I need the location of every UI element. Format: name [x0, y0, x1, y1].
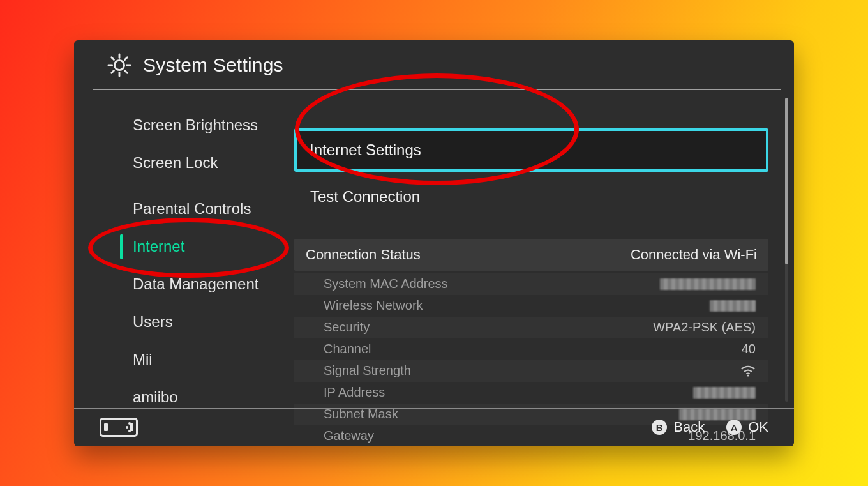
a-button-icon: A [726, 420, 742, 435]
connection-status-value: Connected via Wi-Fi [631, 247, 757, 263]
sidebar-item-users[interactable]: Users [120, 303, 294, 341]
sidebar-item-screen-lock[interactable]: Screen Lock [120, 144, 294, 182]
option-internet-settings[interactable]: Internet Settings [294, 128, 768, 172]
svg-line-6 [125, 70, 128, 73]
sidebar-item-internet[interactable]: Internet [120, 228, 294, 266]
sidebar-item-data-management[interactable]: Data Management [120, 266, 294, 303]
redacted-value [693, 387, 756, 399]
detail-wireless-network: Wireless Network [294, 295, 768, 317]
detail-mac-address: System MAC Address [294, 273, 768, 295]
content-pane: Internet Settings Test Connection Connec… [294, 90, 794, 408]
detail-security: Security WPA2-PSK (AES) [294, 317, 768, 338]
detail-channel: Channel 40 [294, 338, 768, 360]
divider [294, 222, 768, 222]
footer: B Back A OK [74, 408, 794, 446]
option-test-connection[interactable]: Test Connection [294, 174, 768, 219]
svg-line-5 [112, 57, 114, 59]
controller-icon [100, 418, 138, 437]
detail-ip-address: IP Address [294, 382, 768, 404]
wifi-icon [740, 365, 756, 377]
divider [120, 186, 286, 186]
connection-status-label: Connection Status [306, 247, 421, 263]
ok-button-hint[interactable]: A OK [726, 419, 768, 436]
header: System Settings [74, 40, 794, 86]
sidebar-item-screen-brightness[interactable]: Screen Brightness [120, 107, 294, 144]
svg-line-7 [125, 57, 128, 59]
sidebar: Screen Brightness Screen Lock Parental C… [74, 90, 294, 408]
redacted-value [660, 278, 756, 290]
scrollbar[interactable] [785, 98, 788, 402]
settings-window: System Settings Screen Brightness Screen… [74, 40, 794, 446]
redacted-value [710, 300, 756, 312]
back-button-hint[interactable]: B Back [652, 419, 705, 436]
svg-point-9 [747, 374, 749, 376]
svg-point-0 [114, 60, 124, 70]
b-button-icon: B [652, 420, 667, 435]
gear-icon [107, 53, 131, 77]
sidebar-item-mii[interactable]: Mii [120, 341, 294, 379]
connection-status-row: Connection Status Connected via Wi-Fi [294, 239, 768, 271]
detail-signal-strength: Signal Strength [294, 360, 768, 382]
page-title: System Settings [143, 54, 283, 76]
scrollbar-thumb[interactable] [785, 98, 788, 265]
svg-line-8 [112, 70, 114, 73]
sidebar-item-parental-controls[interactable]: Parental Controls [120, 190, 294, 228]
